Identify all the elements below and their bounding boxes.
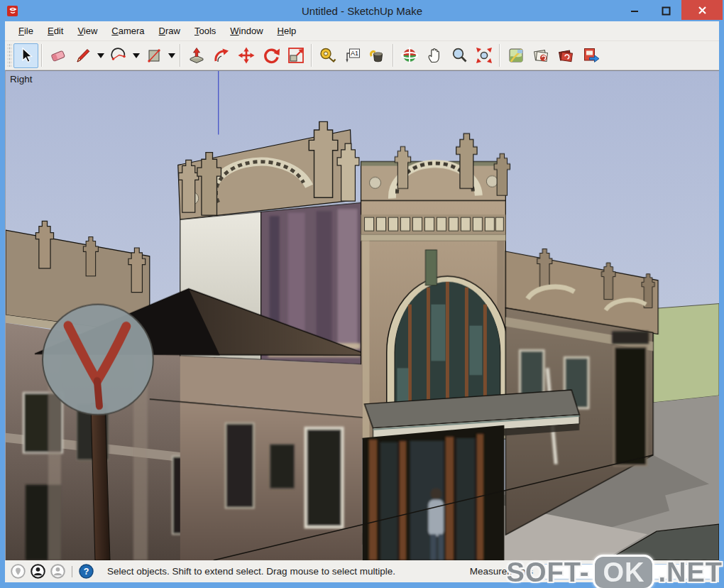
select-tool-button[interactable] bbox=[13, 43, 38, 68]
arc-icon bbox=[109, 46, 128, 65]
get-models-icon bbox=[581, 46, 600, 65]
chevron-down-icon bbox=[97, 53, 104, 58]
title-bar[interactable]: Untitled - SketchUp Make bbox=[0, 0, 724, 21]
push-pull-icon bbox=[187, 46, 206, 65]
select-cursor-icon bbox=[17, 46, 35, 65]
window-title: Untitled - SketchUp Make bbox=[0, 5, 724, 17]
menu-view[interactable]: View bbox=[71, 23, 104, 38]
arc-tool-button[interactable] bbox=[106, 43, 131, 68]
scale-tool-button[interactable] bbox=[283, 43, 308, 68]
toolbar-grip[interactable] bbox=[7, 44, 12, 67]
storefront bbox=[363, 425, 505, 560]
status-hint-text: Select objects. Shift to extend select. … bbox=[107, 566, 395, 577]
push-pull-tool-button[interactable] bbox=[184, 43, 209, 68]
credit-attribution-icon[interactable] bbox=[31, 564, 45, 579]
scale-icon bbox=[287, 46, 305, 65]
follow-me-icon bbox=[212, 46, 231, 65]
help-icon[interactable]: ? bbox=[79, 564, 94, 579]
svg-text:?: ? bbox=[84, 567, 89, 577]
add-location-map-icon bbox=[507, 46, 525, 65]
text-tool-button[interactable]: A1 bbox=[340, 43, 365, 68]
menu-camera[interactable]: Camera bbox=[105, 23, 150, 38]
toolbar-separator bbox=[41, 44, 43, 67]
zoom-icon bbox=[450, 46, 468, 65]
model-scene bbox=[6, 71, 719, 560]
pencil-icon bbox=[74, 46, 92, 65]
rectangle-tool-button[interactable] bbox=[141, 43, 166, 68]
zoom-tool-button[interactable] bbox=[446, 43, 471, 68]
status-divider bbox=[72, 566, 72, 577]
zoom-extents-tool-button[interactable] bbox=[471, 43, 496, 68]
text-icon: A1 bbox=[344, 46, 362, 65]
green-field bbox=[653, 304, 719, 403]
paint-bucket-icon bbox=[368, 46, 387, 65]
menu-edit[interactable]: Edit bbox=[41, 23, 70, 38]
pan-hand-icon bbox=[425, 46, 444, 65]
rectangle-icon bbox=[145, 46, 163, 65]
sketchup-logo-icon bbox=[6, 4, 20, 18]
toolbar-separator bbox=[393, 44, 394, 67]
paint-bucket-tool-button[interactable] bbox=[365, 43, 390, 68]
follow-me-tool-button[interactable] bbox=[209, 43, 234, 68]
tape-measure-tool-button[interactable] bbox=[315, 43, 340, 68]
orbit-icon bbox=[400, 46, 419, 65]
menu-window[interactable]: Window bbox=[224, 23, 269, 38]
minimize-button[interactable] bbox=[619, 1, 650, 20]
menu-bar: File Edit View Camera Draw Tools Window … bbox=[5, 21, 719, 41]
rotate-tool-button[interactable] bbox=[258, 43, 283, 68]
maximize-button[interactable] bbox=[650, 1, 681, 20]
eraser-tool-button[interactable] bbox=[45, 43, 70, 68]
add-location-tool-button[interactable] bbox=[503, 43, 528, 68]
chevron-down-icon bbox=[133, 53, 140, 58]
toolbar-separator bbox=[499, 44, 500, 67]
toolbar: A1 bbox=[5, 41, 719, 70]
watermark-ok-badge: OK bbox=[593, 555, 654, 588]
model-author-icon[interactable] bbox=[50, 564, 65, 579]
watermark-text-right: .NET bbox=[658, 557, 723, 588]
arc-tool-dropdown[interactable] bbox=[131, 44, 141, 67]
move-tool-button[interactable] bbox=[234, 43, 258, 68]
chevron-down-icon bbox=[168, 53, 175, 58]
toolbar-separator bbox=[311, 44, 312, 67]
text-tool-glyph: A1 bbox=[350, 50, 358, 57]
menu-file[interactable]: File bbox=[12, 23, 40, 38]
rotate-icon bbox=[262, 46, 280, 65]
photo-textures-icon bbox=[556, 46, 575, 65]
move-icon bbox=[237, 46, 256, 65]
photo-textures-tool-button[interactable] bbox=[553, 43, 578, 68]
viewport-3d[interactable]: Right bbox=[5, 70, 719, 560]
menu-draw[interactable]: Draw bbox=[153, 23, 187, 38]
menu-help[interactable]: Help bbox=[271, 23, 303, 38]
line-tool-dropdown[interactable] bbox=[95, 44, 106, 67]
tape-measure-icon bbox=[319, 46, 337, 65]
watermark-text-left: SOFT- bbox=[507, 557, 590, 588]
pan-tool-button[interactable] bbox=[422, 43, 446, 68]
view-name-label: Right bbox=[10, 74, 33, 85]
menu-tools[interactable]: Tools bbox=[188, 23, 222, 38]
toggle-terrain-tool-button[interactable] bbox=[528, 43, 553, 68]
sketchup-window: Untitled - SketchUp Make File Edit View … bbox=[0, 0, 724, 588]
line-tool-button[interactable] bbox=[70, 43, 95, 68]
eraser-icon bbox=[49, 46, 67, 65]
toggle-terrain-icon bbox=[532, 46, 550, 65]
softok-watermark: SOFT- OK .NET bbox=[507, 555, 723, 588]
zoom-extents-icon bbox=[475, 46, 493, 65]
close-button[interactable] bbox=[681, 0, 723, 20]
geolocation-status-icon[interactable] bbox=[11, 564, 26, 579]
rectangle-tool-dropdown[interactable] bbox=[166, 44, 177, 67]
orbit-tool-button[interactable] bbox=[397, 43, 422, 68]
get-models-tool-button[interactable] bbox=[578, 43, 603, 68]
toolbar-separator bbox=[180, 44, 181, 67]
